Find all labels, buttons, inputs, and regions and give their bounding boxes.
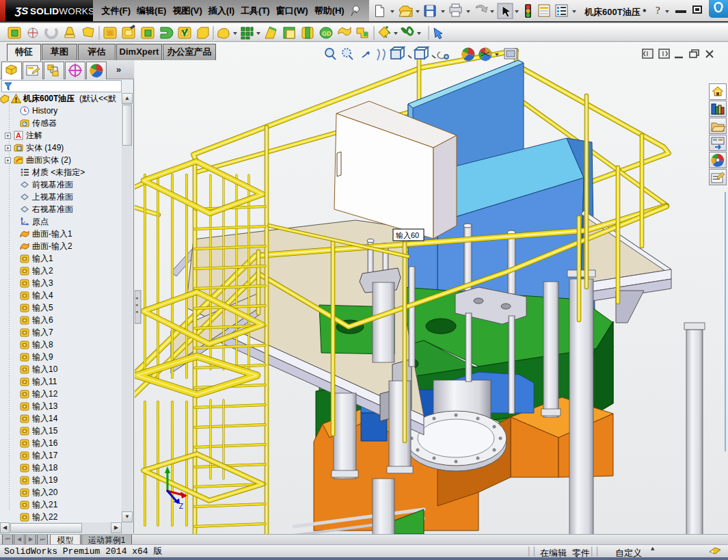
svg-text:ƷS: ƷS (14, 5, 28, 16)
svg-text:?: ? (656, 5, 660, 16)
svg-text:◂: ◂ (135, 309, 138, 314)
svg-text:SOLIDWORKS: SOLIDWORKS (30, 6, 93, 16)
svg-text:Z: Z (179, 503, 183, 510)
svg-text:输入60: 输入60 (396, 231, 419, 239)
svg-text:A: A (16, 131, 21, 139)
svg-text:GD: GD (322, 30, 332, 37)
svg-text:◂: ◂ (135, 295, 138, 300)
svg-text:◂: ◂ (135, 302, 138, 307)
